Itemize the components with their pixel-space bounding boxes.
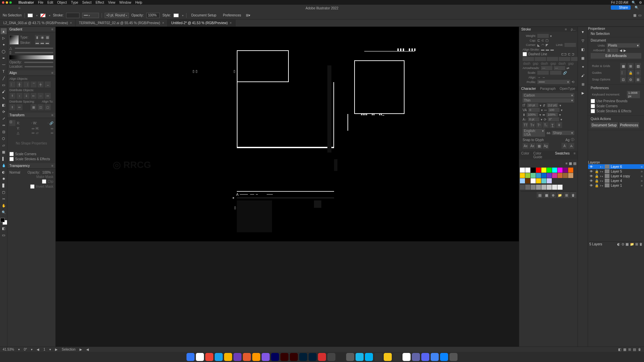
font-weight-dropdown[interactable]: Thin▾ [523,98,574,103]
eyedropper-tool[interactable]: 💧 [1,162,7,168]
swatch[interactable] [525,168,530,173]
opacity-input[interactable]: 100% [146,13,160,18]
visibility-icon[interactable]: 👁 [589,184,593,187]
swatch[interactable] [531,168,536,173]
radial-gradient-icon[interactable]: ◉ [40,35,45,40]
arrange-docs-icon[interactable]: ▦ [633,13,636,17]
artboard-number-input[interactable]: 1 [607,48,618,52]
layer-item[interactable]: 👁🔒›Layer 4 copy○ [588,174,644,178]
swatch[interactable] [520,185,525,190]
angle-slider[interactable] [15,48,53,49]
layer-item[interactable]: 👁🔒›Layer 4○ [588,178,644,183]
graph-tool[interactable]: ▊ [1,182,7,188]
document-setup-button[interactable]: Document Setup [189,13,218,17]
swatch[interactable] [520,168,525,173]
preferences-button[interactable]: Preferences [221,13,243,17]
search-icon[interactable]: 🔍 [635,6,639,9]
scale-strokes-checkbox-2[interactable] [591,109,595,113]
visibility-icon[interactable]: 👁 [589,179,593,183]
qa-doc-setup-button[interactable]: Document Setup [591,122,618,128]
stroke-tab[interactable]: Stroke [519,27,533,32]
cap-round-icon[interactable]: ⊂ [541,39,544,42]
rotate-tool[interactable]: ⟳ [1,109,7,115]
fill-stroke-swap[interactable] [0,218,7,225]
symbol-sprayer-tool[interactable]: ✱ [1,176,7,182]
align-top-icon[interactable]: ⎺ [31,81,37,87]
swatch[interactable] [547,173,552,178]
lock-icon[interactable]: 🔒 [595,174,599,178]
zoom-level[interactable]: 41.53% [3,348,14,351]
cap-butt-icon[interactable]: ⊏ [537,39,540,42]
app-menu-illustrator[interactable]: Illustrator [18,1,34,4]
swatch[interactable] [552,173,557,178]
make-mask-button[interactable]: Make Mask [36,175,53,179]
font-size-input[interactable]: 10 pt [527,103,538,107]
menu-view[interactable]: View [108,1,115,4]
swatch[interactable] [525,178,530,183]
qa-preferences-button[interactable]: Preferences [619,122,639,128]
unknown-panel-icon[interactable]: ▽ [579,37,587,44]
smallcaps-icon[interactable]: Tᴛ [529,122,535,128]
spotlight-icon[interactable]: 🔍 [632,1,636,4]
hand-tool[interactable]: ✋ [1,202,7,208]
edit-artboards-button[interactable]: Edit Artboards [591,53,641,59]
layer-item[interactable]: 👁🔒›Layer 5○ [588,169,644,174]
illustrator-icon[interactable] [290,353,298,361]
safari-icon[interactable] [196,353,204,361]
var-width-dropdown[interactable]: ━━ [82,13,99,18]
doc-tab-1[interactable]: TERMINAL_PART02_02.ai @ 55.45 % (RGB/Pre… [75,19,168,26]
gradient-tool[interactable]: ▌ [1,156,7,162]
style-swatch[interactable] [173,13,179,17]
swatch[interactable] [525,185,530,190]
swatch[interactable] [536,168,541,173]
menu-help[interactable]: Help [135,1,142,4]
rectangle-tool[interactable]: ▭ [1,82,7,88]
line-tool[interactable]: ╱ [1,75,7,81]
swatch[interactable] [547,178,552,183]
paintbrush-tool[interactable]: 🖌 [1,88,7,95]
delete-swatch-icon[interactable]: 🗑 [570,192,576,198]
share-button[interactable]: 👤 Share [611,5,631,10]
keyboard-increment-input[interactable]: 1.0008 px [627,91,640,98]
color-tab[interactable]: Color [519,151,531,160]
swatches-grid[interactable] [519,167,578,184]
blend-tool[interactable]: ◐ [1,169,7,175]
menu-object[interactable]: Object [57,1,67,4]
dashed-line-checkbox[interactable] [523,52,527,56]
trash-icon[interactable] [449,353,458,361]
doc-tab-2[interactable]: Untitled-2* @ 41.53 % (RGB/Preview)× [168,19,235,26]
superscript-icon[interactable]: Tˢ [536,122,542,128]
shape-builder-tool[interactable]: ⬡ [1,135,7,141]
layer-item[interactable]: 👁›Layer 6○ [588,164,644,169]
width-tool[interactable]: ⇔ [1,122,7,128]
font-family-dropdown[interactable]: Carbon▾ [523,93,574,98]
swatch[interactable] [568,173,573,178]
menu-file[interactable]: File [38,1,43,4]
close-icon[interactable]: × [162,21,164,25]
swatch[interactable] [536,178,541,183]
opentype-tab[interactable]: OpenType [558,86,577,91]
menu-type[interactable]: Type [71,1,78,4]
brushes-panel-icon[interactable]: 🖌 [579,72,587,79]
color-guide-tab[interactable]: Color Guide [531,151,553,160]
close-icon[interactable]: × [230,21,232,25]
shaper-tool[interactable]: ✎ [1,95,7,101]
underline-icon[interactable]: T̲ [549,122,555,128]
rotate-value[interactable]: 0° [24,348,27,351]
direct-selection-tool[interactable]: ▷ [1,35,7,41]
mac-dock[interactable] [0,352,644,362]
align-vcenter-icon[interactable]: ╪ [38,81,44,87]
leading-input[interactable]: (12 pt) [547,103,558,107]
swatch[interactable] [531,185,536,190]
swatch[interactable] [525,173,530,178]
swatch[interactable] [520,178,525,183]
lock-icon[interactable]: 🔒 [595,184,599,187]
allcaps-icon[interactable]: TT [523,122,529,128]
swatch[interactable] [536,185,541,190]
slice-tool[interactable]: ✂ [1,196,7,202]
align-left-icon[interactable]: ⎸ [9,81,15,87]
menu-select[interactable]: Select [82,1,92,4]
swatch[interactable] [541,173,546,178]
magic-wand-tool[interactable]: ✦ [1,42,7,48]
visibility-icon[interactable]: 👁 [589,170,593,173]
